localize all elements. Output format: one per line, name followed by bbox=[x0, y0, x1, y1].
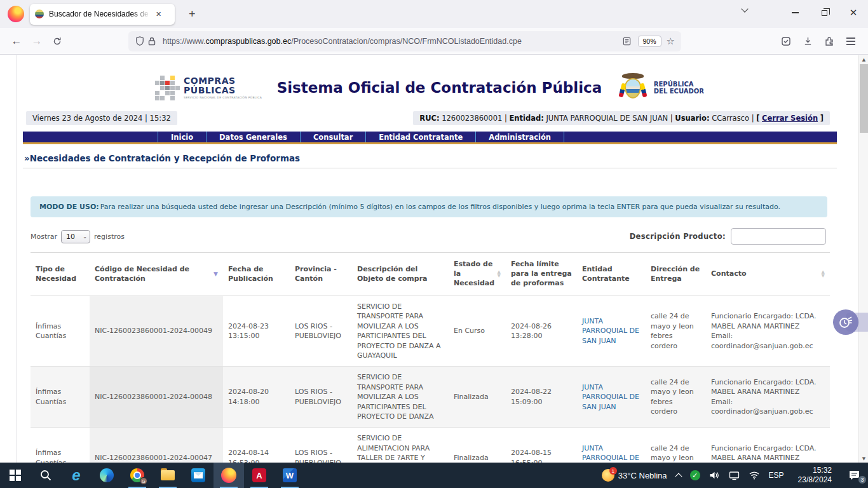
tab-close-icon[interactable]: ✕ bbox=[153, 9, 164, 20]
close-button[interactable]: ✕ bbox=[839, 0, 868, 25]
header-limite[interactable]: Fecha límite para la entrega de proforma… bbox=[506, 253, 577, 296]
browser-tab[interactable]: Buscador de Necesidades de Co ✕ bbox=[30, 4, 175, 25]
nav-item-inicio[interactable]: Inicio bbox=[158, 132, 206, 142]
notification-badge: 3 bbox=[858, 475, 867, 484]
session-chip: RUC: 1260023860001 | Entidad: JUNTA PARR… bbox=[413, 111, 830, 125]
nav-item-entidad-contratante[interactable]: Entidad Contratante bbox=[365, 132, 475, 142]
language-code: ESP bbox=[769, 471, 784, 480]
restore-button[interactable] bbox=[810, 0, 839, 25]
volume-button[interactable] bbox=[705, 463, 724, 488]
lock-icon[interactable] bbox=[148, 37, 156, 46]
tray-overflow-button[interactable] bbox=[672, 463, 686, 488]
cell-entidad: JUNTA PARROQUIAL DE SAN JUAN bbox=[577, 428, 646, 463]
shield-check-icon[interactable] bbox=[775, 36, 797, 46]
header-tipo[interactable]: Tipo de Necesidad bbox=[31, 253, 90, 296]
clock-widget[interactable]: 15:32 23/8/2024 bbox=[789, 463, 841, 488]
forward-button[interactable]: → bbox=[27, 35, 47, 48]
nav-item-administracion[interactable]: Administración bbox=[475, 132, 564, 142]
acrobat-button[interactable]: A bbox=[244, 463, 275, 488]
header-descripcion[interactable]: Descripción del Objeto de compra bbox=[352, 253, 449, 296]
entidad-link[interactable]: JUNTA PARROQUIAL DE SAN JUAN bbox=[582, 383, 639, 411]
cell-entidad: JUNTA PARROQUIAL DE SAN JUAN bbox=[577, 367, 646, 428]
page-scrollbar[interactable]: ▲ ▼ bbox=[858, 55, 868, 463]
sort-desc-icon[interactable]: ▼ bbox=[214, 270, 218, 278]
tab-strip: Buscador de Necesidades de Co ✕ + ✕ bbox=[0, 0, 868, 28]
chrome-button[interactable]: G bbox=[122, 463, 153, 488]
table-row: Ínfimas Cuantías NIC-1260023860001-2024-… bbox=[31, 296, 830, 367]
shield-icon[interactable] bbox=[135, 36, 144, 46]
antivirus-tray-icon[interactable]: ✓ bbox=[686, 463, 705, 488]
scrollbar-thumb[interactable] bbox=[860, 64, 868, 133]
edge-button[interactable] bbox=[92, 463, 122, 488]
nav-item-datos-generales[interactable]: Datos Generales bbox=[206, 132, 300, 142]
url-bar[interactable]: https://www.compraspublicas.gob.ec/Proce… bbox=[128, 31, 681, 51]
tray-time: 15:32 bbox=[798, 466, 832, 475]
mail-icon bbox=[191, 468, 205, 482]
bookmark-star-icon[interactable]: ☆ bbox=[667, 36, 675, 47]
extension-icon[interactable] bbox=[818, 36, 840, 46]
firefox-button[interactable] bbox=[214, 463, 244, 488]
chevron-down-icon: ⌄ bbox=[83, 234, 87, 240]
scroll-up-icon[interactable]: ▲ bbox=[859, 55, 868, 64]
logout-bracket-open: [ bbox=[756, 114, 759, 123]
usage-note: MODO DE USO:Para realizar una búsqueda u… bbox=[31, 196, 827, 217]
wifi-button[interactable] bbox=[744, 463, 764, 488]
product-filter-input[interactable] bbox=[731, 228, 826, 245]
url-path: /ProcesoContratacion/compras/NCO/FrmNCOL… bbox=[291, 37, 522, 46]
entidad-link[interactable]: JUNTA PARROQUIAL DE SAN JUAN bbox=[582, 444, 639, 463]
weather-temp: 33°C bbox=[618, 471, 637, 480]
page-masthead: COMPRAS PÚBLICAS SERVICIO NACIONAL DE CO… bbox=[17, 55, 836, 110]
republic-logo: REPÚBLICA DEL ECUADOR bbox=[617, 73, 704, 102]
reader-view-icon[interactable] bbox=[623, 37, 631, 46]
list-tabs-button[interactable] bbox=[742, 9, 747, 11]
url-text[interactable]: https://www.compraspublicas.gob.ec/Proce… bbox=[163, 37, 621, 46]
menu-button[interactable] bbox=[840, 41, 862, 42]
back-button[interactable]: ← bbox=[6, 35, 27, 48]
entidad-link[interactable]: JUNTA PARROQUIAL DE SAN JUAN bbox=[582, 317, 639, 345]
language-indicator[interactable]: ESP bbox=[764, 463, 789, 488]
download-icon[interactable] bbox=[797, 36, 818, 46]
action-center-button[interactable]: 3 bbox=[841, 463, 868, 488]
header-contacto[interactable]: Contacto▲▼ bbox=[706, 253, 830, 296]
windows-logo-icon bbox=[10, 470, 21, 481]
zoom-level-button[interactable]: 90% bbox=[638, 36, 661, 47]
contacto-nombre: Funcionario Encargado: LCDA. MABEL ARANA… bbox=[711, 444, 825, 463]
header-provincia[interactable]: Provincia - Cantón bbox=[290, 253, 352, 296]
nav-item-consultar[interactable]: Consultar bbox=[300, 132, 365, 142]
header-estado[interactable]: Estado de la Necesidad▲▼ bbox=[449, 253, 506, 296]
header-publicacion[interactable]: Fecha de Publicación bbox=[223, 253, 290, 296]
search-button[interactable] bbox=[31, 463, 61, 488]
start-button[interactable] bbox=[0, 463, 31, 488]
file-explorer-button[interactable] bbox=[153, 463, 183, 488]
show-label: Mostrar bbox=[31, 233, 57, 241]
sort-both-icon[interactable]: ▲▼ bbox=[498, 271, 501, 278]
cell-contacto: Funcionario Encargado: LCDA. MABEL ARANA… bbox=[706, 367, 830, 428]
new-tab-button[interactable]: + bbox=[184, 8, 201, 21]
product-filter: Descripción Producto: bbox=[630, 228, 826, 245]
word-button[interactable]: W bbox=[275, 463, 305, 488]
main-nav: Inicio Datos Generales Consultar Entidad… bbox=[23, 132, 837, 144]
scroll-down-icon[interactable]: ▼ bbox=[859, 454, 868, 463]
timer-clock-icon bbox=[833, 309, 858, 335]
list-controls: Mostrar 10 ⌄ registros Descripción Produ… bbox=[31, 228, 826, 245]
cell-codigo: NIC-1260023860001-2024-00048 bbox=[90, 367, 223, 428]
header-direccion[interactable]: Dirección de Entrega bbox=[646, 253, 706, 296]
internet-explorer-button[interactable]: e bbox=[61, 463, 92, 488]
logout-link[interactable]: Cerrar Sesión bbox=[762, 114, 818, 123]
sort-both-icon[interactable]: ▲▼ bbox=[822, 271, 825, 278]
mail-button[interactable] bbox=[183, 463, 214, 488]
edge-icon bbox=[100, 468, 114, 482]
page-size-select[interactable]: 10 ⌄ bbox=[61, 230, 90, 243]
header-entidad[interactable]: Entidad Contratante bbox=[577, 253, 646, 296]
contacto-nombre: Funcionario Encargado: LCDA. MABEL ARANA… bbox=[711, 311, 825, 331]
weather-widget[interactable]: 1 33°C Neblina bbox=[597, 463, 672, 488]
header-codigo[interactable]: Código de Necesidad de Contratación▼ bbox=[90, 253, 223, 296]
republic-line2: DEL ECUADOR bbox=[654, 88, 704, 95]
brand-line1: COMPRAS bbox=[184, 76, 262, 86]
floating-timer-widget[interactable] bbox=[833, 309, 858, 335]
url-domain: compraspublicas.gob.ec bbox=[205, 37, 291, 46]
reload-button[interactable] bbox=[47, 37, 67, 46]
compras-publicas-logo: COMPRAS PÚBLICAS SERVICIO NACIONAL DE CO… bbox=[155, 76, 262, 100]
cast-display-button[interactable] bbox=[724, 463, 744, 488]
minimize-button[interactable] bbox=[780, 0, 810, 25]
